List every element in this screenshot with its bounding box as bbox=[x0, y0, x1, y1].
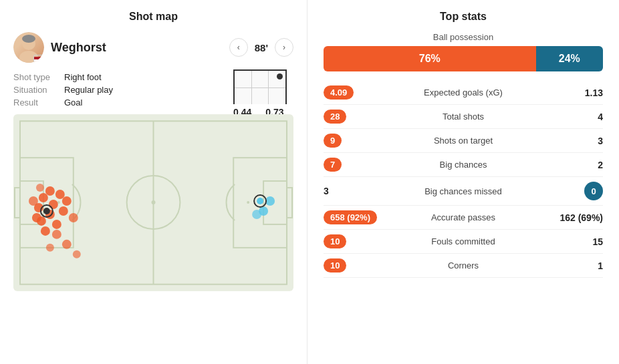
stat-label: Accurate passes bbox=[377, 212, 549, 222]
stat-label: Shots on target bbox=[377, 136, 549, 146]
home-badge: 4.09 bbox=[324, 85, 354, 100]
shot-map-title: Shot map bbox=[13, 11, 293, 23]
home-badge: 9 bbox=[324, 134, 342, 148]
away-value: 15 bbox=[592, 236, 603, 247]
stats-container: 4.09 Expected goals (xG) 1.13 28 Total s… bbox=[324, 81, 603, 278]
away-value: 4 bbox=[598, 112, 603, 122]
shot-type-value: Right foot bbox=[64, 72, 102, 82]
nav-controls: ‹ 88' › bbox=[229, 38, 293, 57]
away-value-cell: 2 bbox=[549, 160, 603, 170]
away-value: 3 bbox=[598, 136, 603, 146]
svg-point-18 bbox=[247, 201, 249, 204]
svg-point-23 bbox=[49, 200, 58, 209]
right-panel: Top stats Ball possession 76% 24% 4.09 E… bbox=[307, 0, 619, 364]
situation-label: Situation bbox=[13, 85, 59, 95]
left-panel: Shot map Weghorst bbox=[0, 0, 307, 364]
player-name: Weghorst bbox=[51, 41, 229, 55]
stat-label: Corners bbox=[377, 260, 549, 270]
away-value-cell: 1 bbox=[549, 260, 603, 271]
shot-time: 88' bbox=[255, 42, 268, 53]
stat-row: 28 Total shots 4 bbox=[324, 105, 603, 129]
possession-label: Ball possession bbox=[324, 32, 603, 42]
svg-rect-4 bbox=[34, 59, 44, 62]
shot-map-field bbox=[13, 114, 293, 291]
top-stats-title: Top stats bbox=[324, 11, 603, 23]
stat-row: 7 Big chances 2 bbox=[324, 153, 603, 177]
home-badge: 7 bbox=[324, 158, 342, 172]
away-value: 2 bbox=[598, 160, 603, 170]
home-value-cell: 10 bbox=[324, 234, 377, 248]
svg-point-37 bbox=[36, 184, 44, 192]
result-row: Result Goal bbox=[13, 98, 154, 108]
home-value-cell: 28 bbox=[324, 110, 377, 124]
svg-point-10 bbox=[152, 200, 156, 204]
home-plain: 3 bbox=[324, 186, 329, 196]
shot-position-ball bbox=[277, 73, 283, 79]
player-header: Weghorst ‹ 88' › bbox=[13, 32, 293, 63]
stat-row: 3 Big chances missed 0 bbox=[324, 177, 603, 206]
home-value-cell: 10 bbox=[324, 258, 377, 272]
svg-point-2 bbox=[22, 35, 35, 43]
away-value: 1 bbox=[598, 260, 603, 271]
svg-point-24 bbox=[55, 190, 65, 199]
field-svg bbox=[13, 114, 293, 291]
home-badge: 28 bbox=[324, 110, 346, 124]
result-label: Result bbox=[13, 98, 59, 108]
shot-type-label: Shot type bbox=[13, 72, 59, 82]
prev-button[interactable]: ‹ bbox=[229, 38, 248, 57]
home-value-cell: 4.09 bbox=[324, 85, 377, 100]
away-value-cell: 162 (69%) bbox=[549, 212, 603, 223]
stat-row: 10 Fouls committed 15 bbox=[324, 230, 603, 254]
home-value-cell: 3 bbox=[324, 186, 377, 196]
svg-point-35 bbox=[73, 250, 81, 258]
stat-row: 4.09 Expected goals (xG) 1.13 bbox=[324, 81, 603, 105]
stat-label: Total shots bbox=[377, 112, 549, 122]
shot-type-row: Shot type Right foot bbox=[13, 72, 154, 82]
away-value-cell: 15 bbox=[549, 236, 603, 247]
away-value: 162 (69%) bbox=[560, 212, 603, 223]
away-value-cell: 0 bbox=[549, 182, 603, 200]
possession-away: 24% bbox=[536, 46, 603, 71]
svg-point-33 bbox=[52, 230, 61, 239]
svg-point-19 bbox=[39, 193, 48, 202]
away-value-cell: 3 bbox=[549, 136, 603, 146]
svg-rect-3 bbox=[34, 57, 44, 59]
svg-point-31 bbox=[69, 213, 78, 222]
home-badge: 658 (92%) bbox=[324, 210, 377, 224]
stat-label: Expected goals (xG) bbox=[377, 87, 549, 98]
home-value-cell: 658 (92%) bbox=[324, 210, 377, 224]
goal-net bbox=[233, 69, 287, 104]
result-value: Goal bbox=[64, 98, 82, 108]
next-button[interactable]: › bbox=[275, 38, 293, 57]
svg-point-26 bbox=[52, 220, 61, 229]
svg-point-40 bbox=[265, 196, 275, 206]
situation-row: Situation Regular play bbox=[13, 85, 154, 95]
situation-value: Regular play bbox=[64, 85, 113, 95]
home-badge: 10 bbox=[324, 258, 346, 272]
away-value-cell: 4 bbox=[549, 112, 603, 122]
stat-row: 10 Corners 1 bbox=[324, 254, 603, 278]
away-value: 1.13 bbox=[585, 87, 603, 98]
shot-details: Shot type Right foot Situation Regular p… bbox=[13, 72, 154, 108]
stat-row: 658 (92%) Accurate passes 162 (69%) bbox=[324, 206, 603, 230]
svg-point-34 bbox=[62, 240, 72, 249]
svg-point-27 bbox=[59, 206, 68, 216]
away-value-cell: 1.13 bbox=[549, 87, 603, 98]
svg-point-29 bbox=[32, 213, 41, 222]
svg-point-39 bbox=[43, 208, 50, 214]
shot-info: Shot type Right foot Situation Regular p… bbox=[13, 72, 293, 108]
svg-point-43 bbox=[257, 198, 263, 204]
home-value-cell: 9 bbox=[324, 134, 377, 148]
stat-label: Big chances bbox=[377, 160, 549, 170]
stat-label: Fouls committed bbox=[377, 236, 549, 246]
stat-label: Big chances missed bbox=[377, 186, 549, 196]
away-badge-teal: 0 bbox=[584, 182, 603, 200]
avatar bbox=[13, 32, 44, 63]
stat-row: 9 Shots on target 3 bbox=[324, 129, 603, 153]
svg-point-25 bbox=[41, 226, 50, 236]
possession-home: 76% bbox=[324, 46, 536, 71]
possession-bar: 76% 24% bbox=[324, 46, 603, 71]
home-badge: 10 bbox=[324, 234, 346, 248]
svg-point-32 bbox=[29, 196, 38, 206]
svg-point-30 bbox=[45, 186, 55, 196]
